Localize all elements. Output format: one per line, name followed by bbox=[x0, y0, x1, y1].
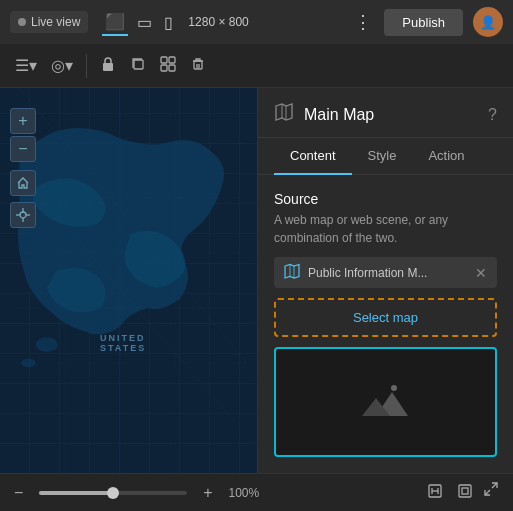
zoom-in-button[interactable]: + bbox=[10, 108, 36, 134]
tab-content[interactable]: Content bbox=[274, 138, 352, 175]
canvas-area: UNITEDSTATES + − bbox=[0, 88, 258, 473]
svg-rect-35 bbox=[459, 485, 471, 497]
publish-button[interactable]: Publish bbox=[384, 9, 463, 36]
map-svg bbox=[0, 88, 257, 473]
svg-rect-3 bbox=[169, 57, 175, 63]
lock-button[interactable] bbox=[95, 52, 121, 80]
view-buttons bbox=[423, 481, 499, 504]
fit-page-button[interactable] bbox=[453, 481, 477, 504]
layers-icon: ☰▾ bbox=[15, 56, 37, 75]
tab-action[interactable]: Action bbox=[412, 138, 480, 175]
zoom-out-bottom-button[interactable]: − bbox=[14, 484, 23, 502]
source-name-label: Public Information M... bbox=[308, 266, 467, 280]
zoom-slider[interactable] bbox=[39, 491, 187, 495]
toolbar-divider-1 bbox=[86, 54, 87, 78]
svg-point-30 bbox=[391, 385, 397, 391]
more-options-button[interactable]: ⋮ bbox=[354, 11, 374, 33]
svg-rect-2 bbox=[161, 57, 167, 63]
layers-button[interactable]: ☰▾ bbox=[10, 52, 42, 79]
tab-style[interactable]: Style bbox=[352, 138, 413, 175]
lock-icon bbox=[100, 56, 116, 76]
group-icon bbox=[160, 56, 176, 76]
svg-point-7 bbox=[36, 337, 58, 352]
topbar: Live view ⬛ ▭ ▯ 1280 × 800 ⋮ Publish 👤 bbox=[0, 0, 513, 44]
bottom-bar: − + 100% bbox=[0, 473, 513, 511]
desktop-icon[interactable]: ⬛ bbox=[102, 9, 128, 36]
toolbar-tools: ☰▾ ◎▾ bbox=[10, 52, 211, 80]
svg-line-37 bbox=[492, 483, 497, 488]
zoom-in-bottom-button[interactable]: + bbox=[203, 484, 212, 502]
delete-button[interactable] bbox=[185, 52, 211, 80]
select-map-button[interactable]: Select map bbox=[274, 298, 497, 337]
mobile-icon[interactable]: ▯ bbox=[161, 10, 176, 35]
expand-button[interactable] bbox=[483, 481, 499, 504]
zoom-percentage: 100% bbox=[229, 486, 260, 500]
live-view-button[interactable]: Live view bbox=[10, 11, 88, 33]
visibility-button[interactable]: ◎▾ bbox=[46, 52, 78, 79]
zoom-slider-thumb bbox=[107, 487, 119, 499]
source-row: Public Information M... ✕ bbox=[274, 257, 497, 288]
zoom-controls: + − bbox=[10, 108, 36, 228]
svg-rect-6 bbox=[194, 61, 202, 69]
svg-line-38 bbox=[485, 490, 490, 495]
svg-rect-4 bbox=[161, 65, 167, 71]
panel-title: Main Map bbox=[304, 106, 478, 124]
source-title: Source bbox=[274, 191, 497, 207]
svg-rect-0 bbox=[103, 63, 113, 71]
svg-rect-1 bbox=[134, 60, 143, 69]
preview-image-icon bbox=[356, 378, 416, 426]
live-view-label: Live view bbox=[31, 15, 80, 29]
zoom-out-button[interactable]: − bbox=[10, 136, 36, 162]
svg-rect-5 bbox=[169, 65, 175, 71]
panel-tabs: Content Style Action bbox=[258, 138, 513, 175]
group-button[interactable] bbox=[155, 52, 181, 80]
live-indicator bbox=[18, 18, 26, 26]
panel-body: Source A web map or web scene, or any co… bbox=[258, 175, 513, 473]
map-background: UNITEDSTATES + − bbox=[0, 88, 257, 473]
duplicate-button[interactable] bbox=[125, 52, 151, 80]
preview-box bbox=[274, 347, 497, 457]
crosshair-button[interactable] bbox=[10, 202, 36, 228]
device-icons-group: ⬛ ▭ ▯ bbox=[102, 9, 176, 36]
resolution-label: 1280 × 800 bbox=[188, 15, 248, 29]
fit-width-button[interactable] bbox=[423, 481, 447, 504]
svg-point-19 bbox=[20, 212, 26, 218]
toolbar: ☰▾ ◎▾ bbox=[0, 44, 513, 88]
duplicate-icon bbox=[130, 56, 146, 76]
map-panel-icon bbox=[274, 102, 294, 127]
avatar[interactable]: 👤 bbox=[473, 7, 503, 37]
tablet-icon[interactable]: ▭ bbox=[134, 10, 155, 35]
visibility-icon: ◎▾ bbox=[51, 56, 73, 75]
zoom-slider-fill bbox=[39, 491, 113, 495]
help-icon[interactable]: ? bbox=[488, 106, 497, 124]
delete-icon bbox=[190, 56, 206, 76]
source-description: A web map or web scene, or any combinati… bbox=[274, 211, 497, 247]
panel-header: Main Map ? bbox=[258, 88, 513, 138]
source-section: Source A web map or web scene, or any co… bbox=[274, 191, 497, 457]
map-label: UNITEDSTATES bbox=[100, 333, 146, 353]
main-content: UNITEDSTATES + − bbox=[0, 88, 513, 473]
right-panel: Main Map ? Content Style Action Source A… bbox=[258, 88, 513, 473]
source-map-icon bbox=[284, 263, 300, 282]
home-button[interactable] bbox=[10, 170, 36, 196]
remove-source-button[interactable]: ✕ bbox=[475, 265, 487, 281]
svg-rect-36 bbox=[462, 488, 468, 494]
